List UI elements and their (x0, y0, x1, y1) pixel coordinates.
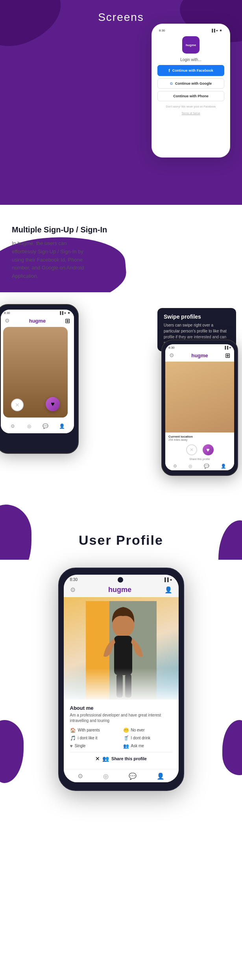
right-nav-profile[interactable]: 👤 (221, 464, 226, 469)
about-item-no-ever: 😶 No ever (123, 728, 172, 733)
dont-like-icon: 🎵 (70, 735, 76, 741)
swipe-right-status-bar: 8:30 ▐▐ ● (165, 344, 234, 350)
share-profile-text[interactable]: Share this profile (111, 756, 147, 761)
profile-settings-icon[interactable]: ⚙ (70, 586, 76, 594)
nav-profile-icon[interactable]: 👤 (57, 421, 67, 431)
profile-phone-section: 8:30 ▐▐ ● ⚙ hugme 👤 (0, 560, 242, 815)
swipe-left-nav: ⚙ ◎ 💬 👤 (1, 418, 74, 433)
swipe-left-phone-wrapper: 8:30 ▐▐ ● ◾ ⚙ hugme ⊞ (0, 304, 79, 454)
location-distance: 254 miles away (168, 438, 231, 441)
about-item-parents: 🏠 With parents (70, 728, 119, 733)
signup-content: Multiple Sign-Up / Sign-In In hugme, the… (0, 221, 242, 280)
bottom-blob-left (0, 720, 24, 783)
swipe-left-header: ⚙ hugme ⊞ (1, 316, 74, 327)
right-nav-settings[interactable]: ⚙ (173, 464, 177, 469)
google-login-button[interactable]: G Continue with Google (157, 78, 224, 89)
nav-activity-icon[interactable]: ◎ (24, 421, 34, 431)
no-ever-label: No ever (131, 728, 145, 732)
app-logo-text: hugme (186, 43, 196, 47)
status-time: 8:30 (159, 29, 165, 32)
swipe-status-time: 8:30 (4, 311, 10, 315)
login-with-label: Login with... (157, 58, 224, 62)
signup-section: Multiple Sign-Up / Sign-In In hugme, the… (0, 205, 242, 292)
swipe-right-header: ⚙ hugme ⊞ (165, 350, 234, 362)
swipe-right-inner: 8:30 ▐▐ ● ⚙ hugme ⊞ Current location 254… (165, 344, 234, 470)
parents-label: With parents (78, 728, 100, 732)
screens-header-section: Screens 8:30 ▐▐ ● ◾ hugme Login with... … (0, 0, 242, 205)
swipe-right-phone: 8:30 ▐▐ ● ⚙ hugme ⊞ Current location 254… (161, 340, 238, 476)
signup-heading: Multiple Sign-Up / Sign-In (12, 225, 234, 235)
swipe-right-phone-wrapper: 8:30 ▐▐ ● ⚙ hugme ⊞ Current location 254… (161, 340, 238, 476)
signup-text-block: Multiple Sign-Up / Sign-In In hugme, the… (12, 221, 234, 280)
dont-like-label: i dont like it (78, 736, 98, 740)
swipe-left-phone: 8:30 ▐▐ ● ◾ ⚙ hugme ⊞ (0, 304, 79, 454)
profile-person-icon[interactable]: 👤 (164, 586, 172, 594)
facebook-icon: f (168, 68, 170, 73)
status-bar: 8:30 ▐▐ ● ◾ (157, 29, 224, 32)
bottom-nav-profile[interactable]: 👤 (157, 772, 164, 780)
dont-drink-label: I dont drink (131, 736, 150, 740)
about-item-ask-me: 👥 Ask me (123, 743, 172, 749)
dislike-button[interactable]: ✕ (186, 444, 197, 455)
share-profile-label[interactable]: Share this profile (165, 457, 234, 462)
profile-app-logo: hugme (76, 586, 164, 594)
profile-status-time: 8:30 (70, 577, 78, 582)
single-heart-icon: ♥ (70, 743, 73, 749)
swipe-status-icons: ▐▐ ● ◾ (59, 311, 71, 315)
status-icons: ▐▐ ● ◾ (211, 29, 223, 32)
profile-status-bar: 8:30 ▐▐ ● (64, 575, 179, 583)
bottom-nav-activity[interactable]: ◎ (103, 772, 109, 780)
profile-bottom-nav: ⚙ ◎ 💬 👤 (64, 769, 179, 782)
nav-settings-icon[interactable]: ⚙ (8, 421, 18, 431)
about-grid: 🏠 With parents 😶 No ever 🎵 i dont like i… (70, 728, 172, 749)
bottom-nav-settings[interactable]: ⚙ (78, 772, 83, 780)
app-logo-box: hugme (182, 36, 200, 54)
profile-section-title: User Profile (8, 533, 234, 548)
swipe-info-title: Swipe profiles (164, 314, 230, 320)
profile-header-bar: ⚙ hugme 👤 (64, 583, 179, 597)
profile-img-overlay (64, 668, 179, 700)
phone-login-button[interactable]: Continue with Phone (157, 91, 224, 101)
right-nav-chat[interactable]: 💬 (204, 464, 209, 469)
no-ever-icon: 😶 (123, 728, 129, 733)
swipe-card-front: ♥ ✕ (3, 327, 68, 418)
filter-icon[interactable]: ⊞ (65, 317, 70, 325)
login-disclaimer: Don't worry! We never post on Facebook (157, 105, 224, 108)
right-nav-activity[interactable]: ◎ (188, 464, 192, 469)
swipe-app-logo: hugme (29, 318, 46, 324)
about-title: About me (70, 705, 172, 711)
profile-phone-mockup: 8:30 ▐▐ ● ⚙ hugme 👤 (58, 568, 184, 791)
like-button[interactable]: ♥ (203, 444, 214, 455)
facebook-login-button[interactable]: f Continue with Facebook (157, 65, 224, 76)
share-profile-row[interactable]: ✕ 👥 Share this profile (70, 752, 172, 766)
right-settings-icon[interactable]: ⚙ (169, 352, 174, 358)
profile-header-section: User Profile (0, 513, 242, 560)
swipe-right-icons: ▐▐ ● (224, 346, 231, 349)
swipe-right-action-buttons: ✕ ♥ (165, 443, 234, 457)
about-item-single: ♥ Single (70, 743, 119, 749)
right-app-logo: hugme (191, 353, 208, 358)
swipe-right-profile-image (165, 362, 234, 432)
login-phone-mockup-wrapper: 8:30 ▐▐ ● ◾ hugme Login with... f Contin… (144, 24, 230, 158)
swipe-inner: 8:30 ▐▐ ● ◾ ⚙ hugme ⊞ (0, 300, 242, 497)
location-block: Current location 254 miles away (165, 432, 234, 443)
profile-phone-inner: 8:30 ▐▐ ● ⚙ hugme 👤 (64, 575, 179, 782)
screens-title: Screens (98, 11, 144, 24)
location-title: Current location (168, 435, 231, 438)
about-text: Am a professional developer and have gre… (70, 713, 172, 724)
settings-icon[interactable]: ⚙ (5, 317, 10, 324)
signup-description: In hugme, the users can effortlessly Sig… (12, 239, 91, 280)
google-icon: G (170, 82, 173, 85)
bottom-nav-chat[interactable]: 💬 (129, 772, 137, 780)
right-filter-icon[interactable]: ⊞ (225, 352, 230, 359)
swipe-right-time: 8:30 (168, 346, 175, 349)
ask-me-label: Ask me (131, 744, 144, 748)
swipe-card-stack[interactable]: ♥ ✕ (3, 327, 72, 418)
terms-link[interactable]: Terms of Serve (157, 112, 224, 115)
share-person-icon: 👥 (102, 755, 109, 762)
nav-chat-icon[interactable]: 💬 (41, 421, 50, 431)
share-icon: ✕ (95, 755, 100, 762)
swipe-section: 8:30 ▐▐ ● ◾ ⚙ hugme ⊞ (0, 292, 242, 513)
blob-decoration-left (0, 0, 70, 56)
about-section: About me Am a professional developer and… (64, 700, 179, 769)
